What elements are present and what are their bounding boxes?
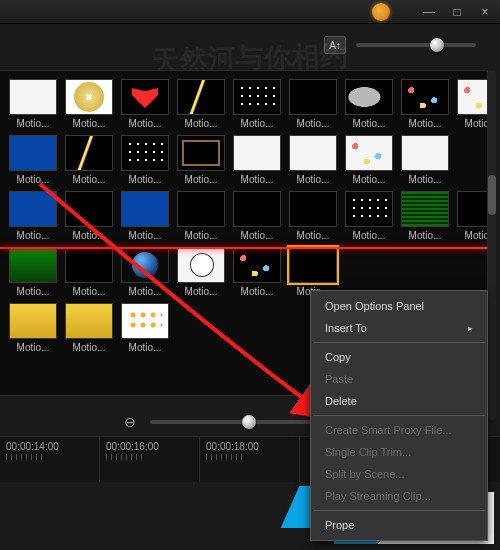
menu-insert-to[interactable]: Insert To ▸ [311, 317, 487, 339]
clip-item[interactable]: Motio... [64, 247, 114, 297]
close-button[interactable]: × [476, 5, 494, 19]
clip-item[interactable]: Motio... [400, 191, 450, 241]
clip-item[interactable]: Motio... [8, 191, 58, 241]
annotation-redline [0, 247, 487, 249]
scrollbar-thumb[interactable] [488, 175, 496, 215]
clip-thumbnail[interactable] [345, 135, 393, 171]
clip-thumbnail[interactable] [177, 135, 225, 171]
clip-thumbnail[interactable] [345, 191, 393, 227]
menu-delete[interactable]: Delete [311, 390, 487, 412]
sort-button[interactable]: A↕ [324, 36, 346, 54]
menu-properties[interactable]: Prope [311, 514, 487, 536]
clip-item[interactable]: Motio... [176, 135, 226, 185]
clip-item[interactable]: Motio... [8, 247, 58, 297]
clip-item[interactable]: Motio... [8, 135, 58, 185]
clip-item[interactable]: Motio... [400, 135, 450, 185]
timeline-tick: 00:00:18:00 [200, 437, 300, 482]
app-badge-icon [372, 3, 390, 21]
clip-item[interactable]: Motio... [344, 79, 394, 129]
vertical-scrollbar[interactable] [488, 70, 496, 420]
clip-item[interactable]: Motio... [120, 303, 170, 353]
clip-thumbnail[interactable] [121, 303, 169, 339]
clip-thumbnail[interactable] [65, 191, 113, 227]
zoom-out-icon[interactable]: ⊖ [124, 414, 136, 430]
clip-item[interactable]: Motio... [8, 79, 58, 129]
clip-item[interactable]: Motio... [456, 79, 488, 129]
clip-item[interactable]: Motio... [8, 303, 58, 353]
clip-thumbnail[interactable] [65, 79, 113, 115]
library-controls: A↕ [0, 24, 500, 66]
clip-label: Motio... [9, 174, 57, 185]
submenu-arrow-icon: ▸ [468, 323, 473, 333]
zoom-knob[interactable] [242, 415, 256, 429]
clip-thumbnail[interactable] [233, 135, 281, 171]
clip-thumbnail[interactable] [9, 79, 57, 115]
clip-thumbnail[interactable] [121, 79, 169, 115]
clip-thumbnail[interactable] [177, 247, 225, 283]
menu-open-options[interactable]: Open Options Panel [311, 295, 487, 317]
clip-thumbnail[interactable] [9, 135, 57, 171]
clip-item[interactable]: Motio... [176, 79, 226, 129]
clip-thumbnail[interactable] [177, 191, 225, 227]
clip-thumbnail[interactable] [121, 135, 169, 171]
clip-label: Motio... [289, 230, 337, 241]
clip-thumbnail[interactable] [457, 191, 488, 227]
clip-item[interactable]: Motio... [176, 191, 226, 241]
clip-item[interactable]: Motio... [64, 191, 114, 241]
clip-item[interactable]: Motio... [400, 79, 450, 129]
menu-copy[interactable]: Copy [311, 346, 487, 368]
clip-item[interactable]: Motio... [232, 135, 282, 185]
clip-thumbnail[interactable] [401, 191, 449, 227]
clip-thumbnail[interactable] [65, 247, 113, 283]
clip-thumbnail[interactable] [345, 79, 393, 115]
clip-item[interactable]: Motio... [232, 79, 282, 129]
clip-thumbnail[interactable] [65, 303, 113, 339]
clip-thumbnail[interactable] [9, 303, 57, 339]
clip-label: Motio... [345, 174, 393, 185]
maximize-button[interactable]: □ [448, 5, 466, 19]
clip-thumbnail[interactable] [65, 135, 113, 171]
clip-thumbnail[interactable] [233, 79, 281, 115]
clip-thumbnail[interactable] [401, 135, 449, 171]
clip-item[interactable]: Motio... [456, 191, 488, 241]
clip-item[interactable]: Motio... [120, 135, 170, 185]
clip-thumbnail[interactable] [289, 247, 337, 283]
clip-thumbnail[interactable] [233, 191, 281, 227]
clip-item[interactable]: Motio... [120, 79, 170, 129]
clip-label: Motio... [233, 230, 281, 241]
clip-thumbnail[interactable] [289, 135, 337, 171]
menu-paste: Paste [311, 368, 487, 390]
clip-item[interactable]: Motio... [288, 135, 338, 185]
clip-thumbnail[interactable] [289, 191, 337, 227]
clip-thumbnail[interactable] [457, 79, 488, 115]
clip-label: Motio... [121, 230, 169, 241]
clip-label: Motio... [233, 286, 281, 297]
clip-item[interactable]: Motio... [64, 79, 114, 129]
thumb-size-knob[interactable] [430, 38, 444, 52]
clip-item[interactable]: Motio... [64, 135, 114, 185]
minimize-button[interactable]: — [420, 5, 438, 19]
thumb-size-slider[interactable] [356, 43, 476, 47]
clip-thumbnail[interactable] [121, 191, 169, 227]
clip-thumbnail[interactable] [9, 247, 57, 283]
clip-thumbnail[interactable] [121, 247, 169, 283]
menu-split-scene: Split by Scene... [311, 463, 487, 485]
clip-item[interactable]: Motio... [120, 247, 170, 297]
clip-item[interactable]: Motio... [344, 191, 394, 241]
clip-label: Motio... [401, 230, 449, 241]
clip-thumbnail[interactable] [177, 79, 225, 115]
clip-thumbnail[interactable] [401, 79, 449, 115]
clip-item[interactable]: Motio... [176, 247, 226, 297]
clip-thumbnail[interactable] [9, 191, 57, 227]
clip-item[interactable]: Motio... [120, 191, 170, 241]
clip-thumbnail[interactable] [233, 247, 281, 283]
clip-thumbnail[interactable] [289, 79, 337, 115]
clip-item[interactable]: Motio... [288, 79, 338, 129]
clip-item[interactable]: Motio... [232, 191, 282, 241]
clip-item[interactable]: Motio... [344, 135, 394, 185]
clip-item[interactable]: Motio... [232, 247, 282, 297]
clip-label: Motio... [121, 286, 169, 297]
clip-item[interactable]: Motio... [64, 303, 114, 353]
clip-label: Motio... [457, 230, 488, 241]
clip-item[interactable]: Motio... [288, 191, 338, 241]
